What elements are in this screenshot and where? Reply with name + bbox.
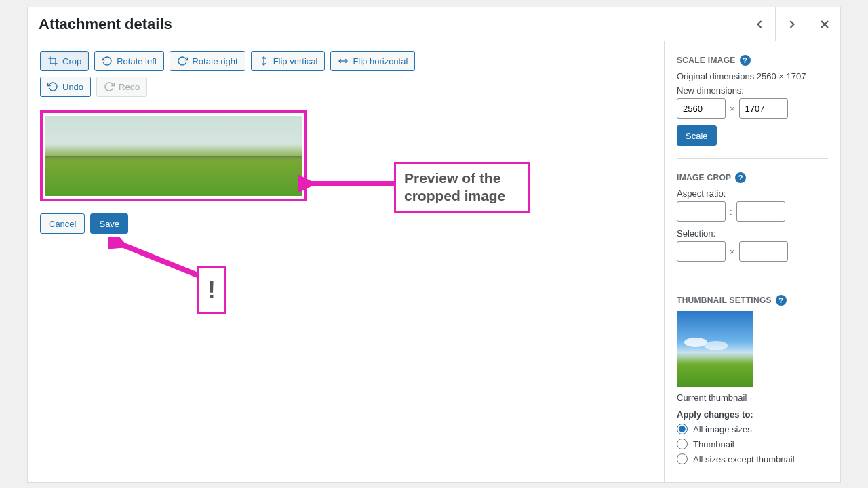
aspect-ratio-inputs: : xyxy=(677,201,828,222)
svg-line-3 xyxy=(119,243,203,277)
crop-section-title: IMAGE CROP ? xyxy=(677,172,828,183)
radio-except-thumbnail[interactable]: All sizes except thumbnail xyxy=(677,453,828,464)
crop-button[interactable]: Crop xyxy=(40,51,89,71)
flip-horizontal-icon xyxy=(338,56,349,66)
chevron-left-icon xyxy=(753,18,766,31)
annotation-arrow-preview xyxy=(298,170,406,197)
aspect-width-input[interactable] xyxy=(677,201,726,222)
scale-image-section: SCALE IMAGE ? Original dimensions 2560 ×… xyxy=(677,51,828,159)
undo-button[interactable]: Undo xyxy=(40,77,91,97)
redo-icon xyxy=(104,81,115,92)
radio-all-sizes-input[interactable] xyxy=(677,424,688,434)
edit-toolbar-row-2: Undo Redo xyxy=(40,77,652,97)
sidebar: SCALE IMAGE ? Original dimensions 2560 ×… xyxy=(664,41,840,482)
modal-header: Attachment details xyxy=(28,7,840,41)
flip-vertical-button[interactable]: Flip vertical xyxy=(251,51,326,71)
aspect-height-input[interactable] xyxy=(736,201,785,222)
colon-separator: : xyxy=(730,207,732,217)
help-icon[interactable]: ? xyxy=(740,55,751,66)
current-thumbnail-preview xyxy=(677,311,753,387)
selection-inputs: × xyxy=(677,241,828,262)
radio-all-sizes[interactable]: All image sizes xyxy=(677,424,828,434)
prev-button[interactable] xyxy=(743,7,775,41)
scale-button[interactable]: Scale xyxy=(677,125,717,146)
edit-toolbar-row-1: Crop Rotate left Rotate right Flip verti… xyxy=(40,51,652,71)
times-separator: × xyxy=(730,247,735,257)
help-icon[interactable]: ? xyxy=(776,295,787,306)
radio-thumbnail[interactable]: Thumbnail xyxy=(677,439,828,449)
main-editor-area: Crop Rotate left Rotate right Flip verti… xyxy=(28,41,664,482)
action-buttons: Cancel Save xyxy=(40,214,652,234)
thumbnail-settings-section: THUMBNAIL SETTINGS ? Current thumbnail A… xyxy=(677,291,828,481)
new-dimensions-label: New dimensions: xyxy=(677,85,828,96)
flip-vertical-icon xyxy=(258,56,269,66)
rotate-left-icon xyxy=(102,56,113,66)
selection-label: Selection: xyxy=(677,228,828,239)
scale-height-input[interactable] xyxy=(739,98,788,119)
selection-width-input[interactable] xyxy=(677,241,726,262)
aspect-ratio-label: Aspect ratio: xyxy=(677,188,828,199)
times-separator: × xyxy=(730,104,735,114)
radio-except-thumbnail-input[interactable] xyxy=(677,453,688,464)
header-controls xyxy=(743,7,840,41)
crop-icon xyxy=(47,56,58,66)
rotate-left-button[interactable]: Rotate left xyxy=(94,51,164,71)
help-icon[interactable]: ? xyxy=(735,172,746,183)
modal-body: Crop Rotate left Rotate right Flip verti… xyxy=(28,41,840,482)
next-button[interactable] xyxy=(775,7,808,41)
undo-icon xyxy=(47,81,58,92)
close-icon xyxy=(818,18,831,31)
thumbnail-section-title: THUMBNAIL SETTINGS ? xyxy=(677,295,828,306)
current-thumbnail-label: Current thumbnail xyxy=(677,392,828,403)
original-dimensions-label: Original dimensions 2560 × 1707 xyxy=(677,71,828,81)
scale-section-title: SCALE IMAGE ? xyxy=(677,55,828,66)
close-button[interactable] xyxy=(808,7,840,41)
rotate-right-icon xyxy=(177,56,188,66)
attachment-details-modal: Attachment details Crop Rotate l xyxy=(27,7,841,483)
scale-width-input[interactable] xyxy=(677,98,726,119)
annotation-preview-label: Preview of the cropped image xyxy=(394,162,530,213)
scale-dimension-inputs: × xyxy=(677,98,828,119)
annotation-exclaim: ! xyxy=(197,266,226,314)
apply-changes-label: Apply changes to: xyxy=(677,409,828,420)
redo-button[interactable]: Redo xyxy=(96,77,147,97)
cropped-image-preview[interactable] xyxy=(45,116,302,196)
cancel-button[interactable]: Cancel xyxy=(40,214,85,234)
image-crop-section: IMAGE CROP ? Aspect ratio: : Selection: … xyxy=(677,168,828,281)
chevron-right-icon xyxy=(785,18,799,31)
image-preview-frame xyxy=(40,110,307,201)
flip-horizontal-button[interactable]: Flip horizontal xyxy=(330,51,415,71)
rotate-right-button[interactable]: Rotate right xyxy=(170,51,245,71)
radio-thumbnail-input[interactable] xyxy=(677,439,688,449)
selection-height-input[interactable] xyxy=(739,241,788,262)
save-button[interactable]: Save xyxy=(90,214,128,234)
modal-title: Attachment details xyxy=(28,16,183,33)
